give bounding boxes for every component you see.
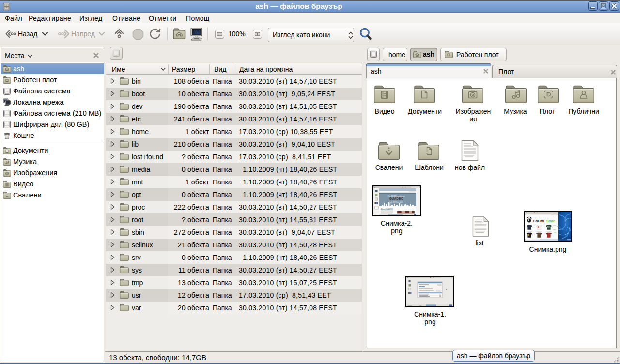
svg-text:GNOME: GNOME [533,219,546,223]
svg-text:T-shirts: T-shirts [553,226,557,227]
svg-text:Home: Home [553,225,557,226]
svg-text:Hoodies: Hoodies [553,228,558,228]
svg-text:Computer: Computer [408,305,412,306]
svg-text:July 24-30th, 2010: July 24-30th, 2010 [389,201,403,203]
svg-text:About GUADEC: About GUADEC [381,208,393,210]
svg-text:GUADEC: GUADEC [389,197,403,200]
svg-text:Contact: Contact [553,233,557,234]
svg-text:Store: Store [546,219,555,223]
svg-text:Home: Home [419,305,422,306]
svg-text:About: About [553,232,556,233]
